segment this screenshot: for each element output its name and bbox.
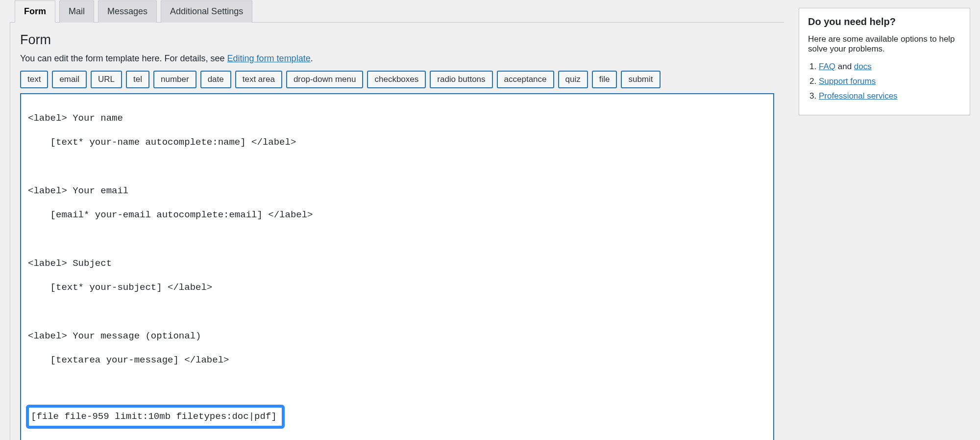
form-template-editor[interactable]: <label> Your name [text* your-name autoc… [20,93,774,440]
code-line: [text* your-name autocomplete:name] </la… [28,136,766,149]
section-description: You can edit the form template here. For… [20,53,774,64]
link-support-forums[interactable]: Support forums [819,77,876,86]
code-line: [textarea your-message] </label> [28,354,766,366]
desc-prefix: You can edit the form template here. For… [20,53,227,63]
tag-generator-buttons: text email URL tel number date text area… [20,71,774,88]
help-title: Do you need help? [808,16,961,27]
tab-messages[interactable]: Messages [98,0,157,23]
tag-btn-email[interactable]: email [52,71,87,88]
code-line [28,379,766,391]
desc-suffix: . [311,53,313,63]
tab-form[interactable]: Form [15,0,55,23]
tag-btn-number[interactable]: number [153,71,196,88]
link-professional-services[interactable]: Professional services [819,91,898,101]
tag-btn-file[interactable]: file [592,71,617,88]
tab-additional-settings[interactable]: Additional Settings [161,0,252,23]
code-line: <label> Your name [28,112,766,125]
code-line: <label> Your message (optional) [28,330,766,342]
tab-mail[interactable]: Mail [59,0,94,23]
code-line [28,306,766,318]
tag-btn-tel[interactable]: tel [126,71,149,88]
tag-btn-submit[interactable]: submit [621,71,660,88]
tag-btn-date[interactable]: date [200,71,231,88]
tag-btn-url[interactable]: URL [91,71,122,88]
code-line: <label> Subject [28,258,766,270]
code-line [28,160,766,173]
tag-btn-acceptance[interactable]: acceptance [497,71,554,88]
help-list: FAQ and docs Support forums Professional… [819,62,961,101]
code-line: <label> Your email [28,185,766,197]
tag-btn-dropdown[interactable]: drop-down menu [286,71,364,88]
tag-btn-radio[interactable]: radio buttons [430,71,492,88]
code-line [28,233,766,246]
link-faq[interactable]: FAQ [819,62,835,71]
help-item-sep: and [835,62,854,71]
tag-btn-textarea[interactable]: text area [235,71,282,88]
link-docs[interactable]: docs [854,62,872,71]
code-line-highlighted: [file file-959 limit:10mb filetypes:doc|… [28,403,766,432]
help-box: Do you need help? Here are some availabl… [799,8,970,115]
tag-btn-checkboxes[interactable]: checkboxes [367,71,426,88]
help-item-support-forums: Support forums [819,77,961,86]
link-editing-form-template[interactable]: Editing form template [227,53,311,63]
code-line: [email* your-email autocomplete:email] <… [28,209,766,221]
tag-btn-text[interactable]: text [20,71,48,88]
help-item-professional-services: Professional services [819,91,961,101]
form-panel: Form You can edit the form template here… [10,22,784,440]
editor-tabs: Form Mail Messages Additional Settings [10,0,784,22]
sidebar: Do you need help? Here are some availabl… [799,8,970,115]
help-item-faq-docs: FAQ and docs [819,62,961,72]
help-intro: Here are some available options to help … [808,34,961,54]
code-line: [text* your-subject] </label> [28,282,766,294]
section-title: Form [20,32,774,48]
tag-btn-quiz[interactable]: quiz [558,71,588,88]
